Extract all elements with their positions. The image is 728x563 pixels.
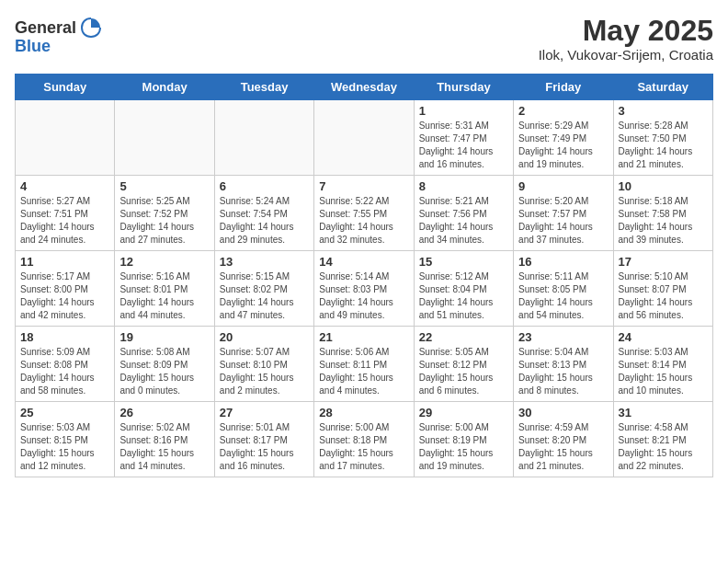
calendar-week-row: 11Sunrise: 5:17 AM Sunset: 8:00 PM Dayli… (16, 251, 713, 327)
day-info: Sunrise: 5:06 AM Sunset: 8:11 PM Dayligh… (319, 346, 408, 397)
day-info: Sunrise: 5:28 AM Sunset: 7:50 PM Dayligh… (619, 120, 708, 171)
calendar-cell: 24Sunrise: 5:03 AM Sunset: 8:14 PM Dayli… (613, 327, 712, 402)
calendar-cell: 25Sunrise: 5:03 AM Sunset: 8:15 PM Dayli… (16, 402, 115, 477)
day-number: 26 (119, 406, 209, 419)
calendar-cell: 5Sunrise: 5:25 AM Sunset: 7:52 PM Daylig… (115, 176, 214, 251)
calendar-cell: 7Sunrise: 5:22 AM Sunset: 7:55 PM Daylig… (314, 176, 414, 251)
calendar-week-row: 4Sunrise: 5:27 AM Sunset: 7:51 PM Daylig… (16, 176, 713, 251)
day-number: 22 (419, 330, 508, 344)
title-area: May 2025 Ilok, Vukovar-Srijem, Croatia (539, 15, 713, 63)
calendar-cell: 13Sunrise: 5:15 AM Sunset: 8:02 PM Dayli… (214, 251, 313, 327)
day-info: Sunrise: 5:22 AM Sunset: 7:55 PM Dayligh… (319, 195, 408, 247)
calendar-cell: 6Sunrise: 5:24 AM Sunset: 7:54 PM Daylig… (214, 176, 313, 251)
calendar-cell: 31Sunrise: 4:58 AM Sunset: 8:21 PM Dayli… (613, 402, 712, 477)
day-info: Sunrise: 5:01 AM Sunset: 8:17 PM Dayligh… (220, 421, 309, 473)
calendar-cell: 12Sunrise: 5:16 AM Sunset: 8:01 PM Dayli… (115, 251, 214, 327)
day-info: Sunrise: 4:59 AM Sunset: 8:20 PM Dayligh… (518, 421, 608, 473)
calendar-cell: 22Sunrise: 5:05 AM Sunset: 8:12 PM Dayli… (414, 327, 513, 402)
day-info: Sunrise: 5:07 AM Sunset: 8:10 PM Dayligh… (220, 346, 309, 397)
calendar-cell: 14Sunrise: 5:14 AM Sunset: 8:03 PM Dayli… (314, 251, 414, 327)
weekday-header-monday: Monday (115, 75, 214, 100)
day-number: 12 (119, 255, 209, 269)
weekday-header-friday: Friday (514, 75, 613, 100)
calendar-cell: 10Sunrise: 5:18 AM Sunset: 7:58 PM Dayli… (613, 176, 712, 251)
day-info: Sunrise: 5:10 AM Sunset: 8:07 PM Dayligh… (619, 270, 708, 322)
calendar-cell: 28Sunrise: 5:00 AM Sunset: 8:18 PM Dayli… (314, 402, 414, 477)
day-number: 10 (619, 179, 708, 193)
day-info: Sunrise: 5:03 AM Sunset: 8:14 PM Dayligh… (619, 346, 708, 397)
day-number: 15 (419, 255, 508, 269)
day-number: 2 (518, 104, 608, 118)
day-number: 31 (619, 406, 708, 419)
day-number: 3 (619, 104, 708, 118)
logo: General Blue (15, 15, 104, 56)
calendar-table: SundayMondayTuesdayWednesdayThursdayFrid… (15, 74, 713, 477)
day-info: Sunrise: 5:17 AM Sunset: 8:00 PM Dayligh… (20, 270, 109, 322)
calendar-title: May 2025 (539, 15, 713, 47)
day-number: 20 (220, 330, 309, 344)
day-info: Sunrise: 5:14 AM Sunset: 8:03 PM Dayligh… (319, 270, 408, 322)
calendar-cell: 20Sunrise: 5:07 AM Sunset: 8:10 PM Dayli… (214, 327, 313, 402)
day-number: 17 (619, 255, 708, 269)
day-number: 28 (319, 406, 408, 419)
weekday-header-saturday: Saturday (613, 75, 712, 100)
day-info: Sunrise: 5:11 AM Sunset: 8:05 PM Dayligh… (518, 270, 608, 322)
day-info: Sunrise: 5:16 AM Sunset: 8:01 PM Dayligh… (119, 270, 209, 322)
day-number: 23 (518, 330, 608, 344)
day-number: 13 (220, 255, 309, 269)
day-info: Sunrise: 5:27 AM Sunset: 7:51 PM Dayligh… (20, 195, 109, 247)
day-number: 8 (419, 179, 508, 193)
weekday-header-sunday: Sunday (16, 75, 115, 100)
calendar-week-row: 25Sunrise: 5:03 AM Sunset: 8:15 PM Dayli… (16, 402, 713, 477)
day-info: Sunrise: 5:00 AM Sunset: 8:19 PM Dayligh… (419, 421, 508, 473)
day-info: Sunrise: 5:15 AM Sunset: 8:02 PM Dayligh… (220, 270, 309, 322)
weekday-header-thursday: Thursday (414, 75, 513, 100)
day-info: Sunrise: 5:03 AM Sunset: 8:15 PM Dayligh… (20, 421, 109, 473)
calendar-cell: 27Sunrise: 5:01 AM Sunset: 8:17 PM Dayli… (214, 402, 313, 477)
calendar-cell: 16Sunrise: 5:11 AM Sunset: 8:05 PM Dayli… (514, 251, 613, 327)
logo-blue-text: Blue (15, 37, 51, 56)
day-info: Sunrise: 5:29 AM Sunset: 7:49 PM Dayligh… (518, 120, 608, 171)
day-number: 16 (518, 255, 608, 269)
day-number: 18 (20, 330, 109, 344)
calendar-cell: 3Sunrise: 5:28 AM Sunset: 7:50 PM Daylig… (613, 100, 712, 176)
calendar-cell: 21Sunrise: 5:06 AM Sunset: 8:11 PM Dayli… (314, 327, 414, 402)
calendar-cell: 23Sunrise: 5:04 AM Sunset: 8:13 PM Dayli… (514, 327, 613, 402)
calendar-week-row: 18Sunrise: 5:09 AM Sunset: 8:08 PM Dayli… (16, 327, 713, 402)
calendar-cell: 19Sunrise: 5:08 AM Sunset: 8:09 PM Dayli… (115, 327, 214, 402)
day-info: Sunrise: 5:09 AM Sunset: 8:08 PM Dayligh… (20, 346, 109, 397)
day-number: 4 (20, 179, 109, 193)
calendar-cell: 30Sunrise: 4:59 AM Sunset: 8:20 PM Dayli… (514, 402, 613, 477)
calendar-cell: 11Sunrise: 5:17 AM Sunset: 8:00 PM Dayli… (16, 251, 115, 327)
day-info: Sunrise: 5:00 AM Sunset: 8:18 PM Dayligh… (319, 421, 408, 473)
day-number: 27 (220, 406, 309, 419)
day-number: 19 (119, 330, 209, 344)
calendar-cell: 2Sunrise: 5:29 AM Sunset: 7:49 PM Daylig… (514, 100, 613, 176)
day-number: 30 (518, 406, 608, 419)
logo-icon (78, 15, 104, 40)
day-info: Sunrise: 5:08 AM Sunset: 8:09 PM Dayligh… (119, 346, 209, 397)
day-info: Sunrise: 5:04 AM Sunset: 8:13 PM Dayligh… (518, 346, 608, 397)
day-info: Sunrise: 5:20 AM Sunset: 7:57 PM Dayligh… (518, 195, 608, 247)
calendar-cell: 29Sunrise: 5:00 AM Sunset: 8:19 PM Dayli… (414, 402, 513, 477)
calendar-week-row: 1Sunrise: 5:31 AM Sunset: 7:47 PM Daylig… (16, 100, 713, 176)
day-info: Sunrise: 5:02 AM Sunset: 8:16 PM Dayligh… (119, 421, 209, 473)
calendar-cell (16, 100, 115, 176)
calendar-cell (214, 100, 313, 176)
calendar-cell: 26Sunrise: 5:02 AM Sunset: 8:16 PM Dayli… (115, 402, 214, 477)
day-number: 29 (419, 406, 508, 419)
calendar-cell: 4Sunrise: 5:27 AM Sunset: 7:51 PM Daylig… (16, 176, 115, 251)
day-number: 21 (319, 330, 408, 344)
logo-general-text: General (15, 18, 76, 38)
day-number: 11 (20, 255, 109, 269)
weekday-header-row: SundayMondayTuesdayWednesdayThursdayFrid… (16, 75, 713, 100)
header: General Blue May 2025 Ilok, Vukovar-Srij… (15, 15, 713, 63)
day-info: Sunrise: 5:25 AM Sunset: 7:52 PM Dayligh… (119, 195, 209, 247)
calendar-subtitle: Ilok, Vukovar-Srijem, Croatia (539, 47, 713, 63)
day-number: 5 (119, 179, 209, 193)
day-info: Sunrise: 5:24 AM Sunset: 7:54 PM Dayligh… (220, 195, 309, 247)
calendar-cell: 1Sunrise: 5:31 AM Sunset: 7:47 PM Daylig… (414, 100, 513, 176)
calendar-cell: 17Sunrise: 5:10 AM Sunset: 8:07 PM Dayli… (613, 251, 712, 327)
day-number: 1 (419, 104, 508, 118)
day-number: 14 (319, 255, 408, 269)
